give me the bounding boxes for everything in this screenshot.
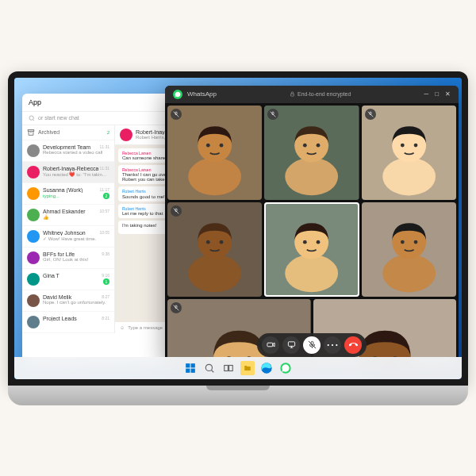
- participant-video: [362, 106, 456, 200]
- screen-bezel: App ⋮ or start new chat Archived: [8, 71, 468, 386]
- svg-point-36: [413, 240, 417, 244]
- svg-point-7: [220, 143, 224, 147]
- chat-item[interactable]: Gina T 9:16 1: [22, 269, 114, 290]
- chat-time: 11:17: [99, 187, 109, 192]
- unread-badge: 1: [103, 278, 109, 285]
- archived-row[interactable]: Archived 2: [22, 125, 114, 140]
- svg-point-0: [29, 116, 33, 120]
- mic-button[interactable]: [303, 336, 321, 354]
- end-call-button[interactable]: [344, 336, 362, 354]
- window-controls: ─ □ ✕: [424, 90, 451, 98]
- muted-icon: [171, 109, 182, 120]
- chat-time: 8:27: [102, 294, 109, 299]
- video-grid: I'm taking notes!: [165, 103, 459, 363]
- windows-taskbar: [14, 357, 462, 379]
- chat-preview: Rebecca started a video call: [43, 150, 102, 155]
- chat-name: BFFs for Life: [43, 251, 75, 257]
- svg-point-12: [303, 143, 307, 147]
- svg-point-24: [206, 240, 210, 244]
- video-participant[interactable]: [264, 106, 359, 200]
- archived-label: Archived: [38, 129, 60, 135]
- avatar: [27, 230, 40, 243]
- laptop-frame: App ⋮ or start new chat Archived: [8, 71, 468, 405]
- start-button[interactable]: [183, 361, 198, 375]
- svg-rect-49: [288, 342, 294, 347]
- muted-icon: [171, 205, 182, 217]
- minimize-button[interactable]: ─: [424, 90, 428, 98]
- avatar: [27, 166, 40, 178]
- chat-item[interactable]: Susanna (Work) 11:17 typing... 2: [22, 183, 114, 205]
- chat-name: Development Team: [43, 144, 90, 150]
- svg-rect-48: [267, 343, 272, 347]
- svg-point-25: [220, 240, 224, 244]
- archive-icon: [27, 129, 35, 136]
- archived-count: 2: [107, 130, 109, 135]
- avatar: [27, 273, 40, 286]
- participant-video: [264, 202, 359, 297]
- svg-point-18: [401, 143, 405, 147]
- camera-button[interactable]: [262, 336, 279, 354]
- chat-item[interactable]: David Melik 8:27 Nope. I can't go unfort…: [22, 290, 114, 312]
- participant-video: [362, 202, 456, 297]
- search-taskbar-icon[interactable]: [202, 361, 217, 375]
- participant-video: [167, 106, 262, 200]
- chat-item[interactable]: Development Team 11:31 Rebecca started a…: [22, 140, 114, 162]
- screen-share-button[interactable]: [282, 336, 300, 354]
- chat-preview: You reacted ❤️ to: "I'm taking n...: [43, 171, 109, 177]
- explorer-icon[interactable]: [240, 361, 255, 375]
- avatar: [27, 187, 40, 200]
- chat-preview: Girl, ON! Look at this!: [43, 257, 88, 262]
- chat-time: 11:31: [99, 144, 109, 149]
- video-participant[interactable]: [264, 202, 359, 297]
- more-options-button[interactable]: ⋯: [324, 336, 341, 354]
- svg-point-31: [317, 240, 321, 244]
- laptop-base: [8, 386, 468, 405]
- participant-video: [167, 202, 262, 297]
- chat-item[interactable]: BFFs for Life 9:38 Girl, ON! Look at thi…: [22, 248, 114, 269]
- search-icon: [29, 115, 35, 121]
- edge-icon[interactable]: [259, 361, 274, 375]
- chat-item[interactable]: Whitney Johnson 10:05 ✓ Wow! Have great …: [22, 226, 114, 248]
- video-participant[interactable]: [362, 202, 456, 297]
- avatar: [27, 294, 40, 307]
- chat-item[interactable]: Robert-Inaya-Rebecca 11:31 You reacted ❤…: [22, 162, 114, 183]
- svg-rect-53: [186, 368, 190, 372]
- video-call-window[interactable]: WhatsApp End-to-end encrypted ─ □ ✕: [165, 86, 459, 363]
- participant-video: [264, 106, 359, 200]
- svg-point-4: [188, 157, 241, 195]
- svg-point-33: [382, 254, 436, 292]
- close-button[interactable]: ✕: [445, 90, 451, 98]
- encryption-indicator: End-to-end encrypted: [290, 91, 351, 97]
- chat-item[interactable]: Project Leads 8:21: [22, 312, 114, 333]
- chat-sidebar: Archived 2 Development Team 11:31 Rebecc…: [22, 125, 115, 333]
- video-participant[interactable]: [167, 106, 262, 200]
- maximize-button[interactable]: □: [435, 90, 439, 98]
- svg-point-55: [205, 364, 212, 370]
- whatsapp-icon: [173, 90, 182, 99]
- svg-rect-57: [229, 365, 233, 370]
- video-app-name: WhatsApp: [187, 90, 217, 98]
- chat-time: 9:16: [102, 273, 109, 278]
- svg-point-6: [206, 143, 210, 147]
- avatar: [27, 316, 40, 328]
- chat-name: Project Leads: [43, 316, 77, 321]
- svg-rect-52: [191, 363, 195, 367]
- encryption-label: End-to-end encrypted: [298, 91, 351, 97]
- svg-rect-54: [191, 368, 195, 372]
- whatsapp-taskbar-icon[interactable]: [278, 361, 293, 375]
- video-titlebar: WhatsApp End-to-end encrypted ─ □ ✕: [165, 86, 459, 103]
- video-participant[interactable]: [362, 106, 456, 200]
- emoji-icon[interactable]: ☺: [120, 325, 125, 330]
- chat-item[interactable]: Ahmad Eskander 10:57 👍: [22, 205, 114, 226]
- svg-point-22: [188, 254, 241, 292]
- svg-rect-2: [290, 94, 294, 96]
- task-view-icon[interactable]: [221, 361, 236, 375]
- svg-point-35: [401, 240, 405, 244]
- chat-name: Whitney Johnson: [43, 230, 86, 236]
- svg-point-19: [413, 143, 417, 147]
- chat-preview: typing...: [43, 194, 60, 198]
- chat-preview: 👍: [43, 214, 48, 220]
- chat-time: 10:05: [99, 230, 109, 235]
- video-participant[interactable]: [167, 202, 262, 297]
- svg-rect-1: [28, 129, 34, 131]
